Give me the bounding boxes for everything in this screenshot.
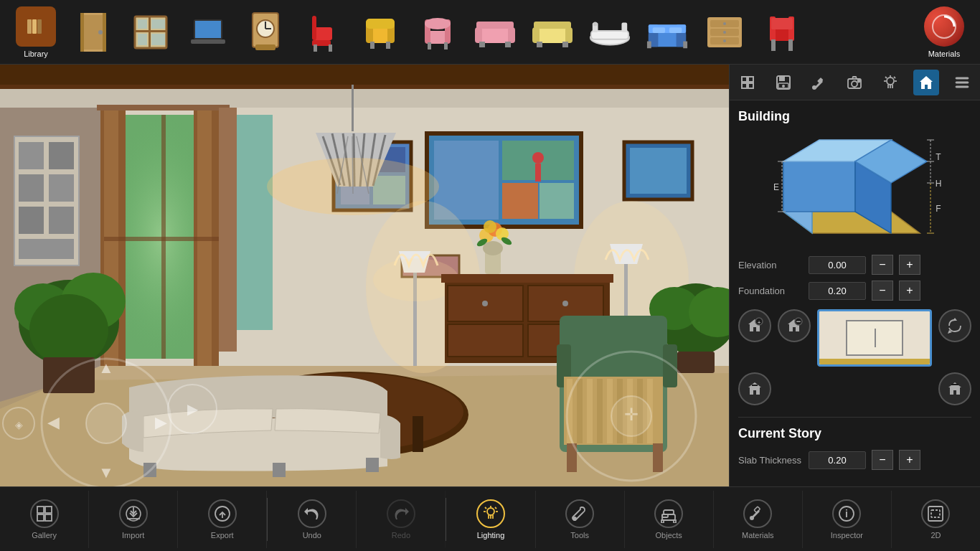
bottom-item-gallery[interactable]: Gallery (0, 491, 89, 548)
action-btn-move-down[interactable] (938, 372, 971, 405)
action-btn-move-up[interactable] (738, 372, 771, 405)
foundation-decrease-button[interactable]: − (872, 281, 893, 301)
bottom-item-objects[interactable]: Objects (625, 491, 714, 548)
bottom-item-2d[interactable]: 2D (892, 491, 980, 548)
svg-rect-44 (479, 42, 485, 47)
svg-point-213 (782, 85, 785, 88)
svg-rect-271 (661, 520, 664, 523)
toolbar-item-library[interactable]: Library (7, 4, 65, 61)
elevation-input[interactable] (809, 256, 866, 274)
panel-tool-list[interactable] (949, 70, 975, 95)
panel-tool-camera[interactable] (842, 70, 867, 95)
redo-icon (387, 499, 415, 528)
foundation-input[interactable] (809, 282, 866, 300)
svg-rect-26 (314, 44, 317, 52)
remove-building-button[interactable] (778, 309, 811, 342)
svg-text:▼: ▼ (98, 463, 114, 481)
svg-text:i: i (845, 508, 848, 519)
bottom-item-export[interactable]: Export (178, 491, 267, 548)
svg-rect-49 (565, 27, 573, 43)
svg-rect-175 (366, 458, 379, 472)
toolbar-item-chair-red2[interactable] (753, 4, 811, 61)
panel-tool-light[interactable] (877, 70, 903, 95)
library-label: Library (24, 50, 48, 58)
svg-point-261 (487, 508, 494, 515)
bottom-toolbar: Gallery Import Export (0, 486, 980, 551)
svg-point-56 (593, 22, 598, 26)
svg-rect-172 (413, 416, 423, 452)
foundation-row: Foundation − + (738, 281, 971, 301)
slab-thickness-row: Slab Thickness − + (738, 450, 971, 470)
objects-icon (654, 499, 683, 528)
toolbar-item-sofa-pink[interactable] (466, 4, 524, 61)
svg-rect-7 (103, 13, 106, 52)
elevation-decrease-button[interactable]: − (872, 255, 893, 275)
elevation-increase-button[interactable]: + (899, 255, 920, 275)
door-icon (72, 11, 115, 54)
toolbar-item-armchair-yellow[interactable] (352, 4, 409, 61)
svg-point-215 (812, 85, 816, 90)
toolbar-item-window[interactable] (122, 4, 179, 61)
toolbar-item-laptop[interactable] (179, 4, 237, 61)
svg-rect-92 (19, 207, 44, 234)
lighting-label: Lighting (477, 531, 505, 540)
bottom-item-redo[interactable]: Redo (357, 491, 446, 548)
toolbar-item-chair-pink[interactable] (409, 4, 466, 61)
toolbar-item-chair-red[interactable] (294, 4, 352, 61)
svg-rect-91 (49, 174, 74, 202)
svg-rect-88 (19, 142, 44, 169)
floor-plan-thumbnail[interactable] (817, 309, 932, 367)
panel-content: Building T H F E (730, 100, 980, 484)
slab-thickness-input[interactable] (809, 451, 866, 469)
svg-rect-14 (151, 34, 165, 45)
svg-rect-115 (540, 183, 574, 219)
import-label: Import (122, 531, 144, 540)
bed-icon (646, 11, 689, 54)
action-btn-rotate[interactable] (938, 309, 971, 342)
svg-point-5 (98, 30, 103, 34)
svg-text:◈: ◈ (15, 419, 23, 430)
panel-tool-save[interactable] (771, 70, 796, 95)
slab-thickness-decrease-button[interactable]: − (872, 450, 893, 470)
toolbar-item-bed[interactable] (639, 4, 696, 61)
slab-thickness-increase-button[interactable]: + (899, 450, 920, 470)
svg-marker-230 (783, 161, 855, 212)
svg-rect-11 (138, 19, 147, 29)
panel-tool-paint[interactable] (806, 70, 832, 95)
svg-rect-51 (562, 42, 568, 47)
bottom-item-lighting[interactable]: Lighting (446, 491, 535, 548)
materials-icon (924, 6, 964, 47)
foundation-label: Foundation (738, 286, 803, 296)
toolbar-item-sofa-yellow[interactable] (524, 4, 581, 61)
toolbar-item-door[interactable] (65, 4, 122, 61)
svg-rect-76 (771, 39, 776, 51)
svg-rect-209 (748, 83, 753, 88)
toolbar-item-materials[interactable]: Materials (915, 4, 973, 61)
add-building-button[interactable]: + (738, 309, 771, 342)
import-icon (119, 499, 148, 528)
svg-line-223 (894, 77, 895, 78)
svg-rect-64 (683, 41, 687, 48)
bottom-item-materials[interactable]: Materials (714, 491, 803, 548)
panel-tool-select[interactable] (735, 70, 760, 95)
svg-point-159 (483, 241, 503, 255)
toolbar-item-clock[interactable] (237, 4, 294, 61)
bottom-item-tools[interactable]: Tools (536, 491, 625, 548)
materials-label: Materials (928, 50, 961, 58)
foundation-increase-button[interactable]: + (899, 281, 920, 301)
panel-tool-home[interactable] (913, 70, 939, 95)
svg-text:✛: ✛ (624, 405, 639, 424)
bottom-item-inspector[interactable]: i Inspector (803, 491, 892, 548)
svg-rect-174 (273, 463, 286, 477)
svg-rect-63 (647, 41, 651, 48)
toolbar-item-bathtub[interactable] (581, 4, 639, 61)
toolbar-item-dresser-top[interactable] (696, 4, 753, 61)
svg-rect-122 (352, 85, 354, 131)
svg-text:T: T (936, 152, 941, 162)
svg-rect-50 (537, 42, 542, 47)
bottom-item-undo[interactable]: Undo (268, 491, 357, 548)
bottom-item-import[interactable]: Import (89, 491, 178, 548)
svg-point-78 (933, 15, 956, 38)
yellow-armchair-icon (359, 11, 402, 54)
svg-rect-61 (653, 27, 665, 33)
